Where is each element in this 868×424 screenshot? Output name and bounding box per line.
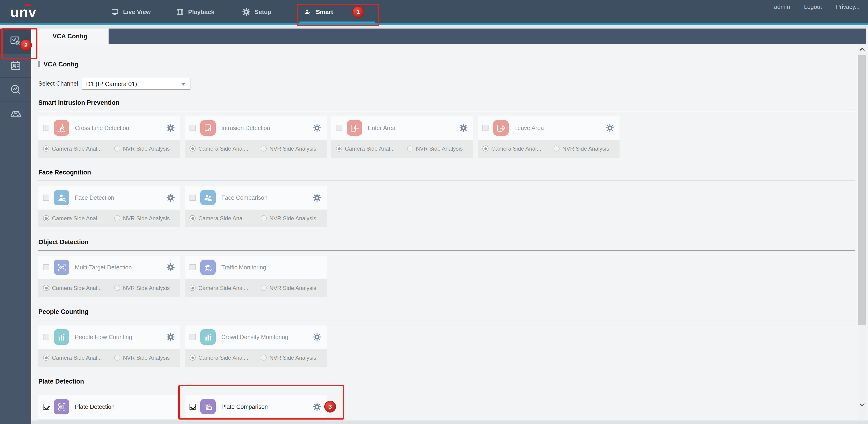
nvr-side-analysis-radio[interactable]: NVR Side Analysis: [553, 145, 609, 152]
card-title: Plate Detection: [75, 403, 175, 410]
scroll-up-button[interactable]: [858, 45, 866, 54]
radio-dot-icon: [189, 145, 195, 152]
radio-label: Camera Side Anal...: [52, 354, 102, 361]
vehicle-icon: [9, 107, 22, 120]
radio-dot-icon: [114, 145, 120, 152]
vertical-scrollbar[interactable]: [858, 44, 866, 421]
radio-dot-icon: [407, 145, 413, 152]
radio-dot-icon: [43, 145, 49, 152]
radio-label: Camera Side Anal...: [198, 354, 248, 361]
camera-side-analysis-radio[interactable]: Camera Side Anal...: [43, 285, 102, 291]
nvr-side-analysis-radio[interactable]: NVR Side Analysis: [260, 145, 316, 152]
enter-area-checkbox[interactable]: [336, 125, 342, 131]
settings-gear-icon[interactable]: [166, 124, 175, 132]
settings-gear-icon[interactable]: [460, 124, 467, 132]
settings-gear-icon[interactable]: [313, 403, 321, 411]
nav-item-smart[interactable]: Smart: [304, 0, 333, 23]
scrollbar-thumb[interactable]: [858, 55, 866, 324]
settings-gear-icon[interactable]: [166, 333, 175, 341]
section-title: People Counting: [38, 308, 855, 316]
settings-gear-icon[interactable]: [313, 333, 321, 341]
nav-item-playback[interactable]: Playback: [176, 0, 215, 23]
traffic-monitoring-checkbox[interactable]: [189, 264, 195, 270]
nav-item-label: Smart: [316, 8, 333, 15]
settings-gear-icon[interactable]: [313, 194, 321, 202]
nvr-side-analysis-radio[interactable]: NVR Side Analysis: [260, 215, 316, 222]
intrusion-detection-checkbox[interactable]: [189, 125, 195, 131]
radio-label: Camera Side Anal...: [198, 215, 248, 222]
face-detection-checkbox[interactable]: [43, 195, 49, 201]
camera-side-analysis-radio[interactable]: Camera Side Anal...: [483, 145, 541, 152]
camera-side-analysis-radio[interactable]: Camera Side Anal...: [336, 145, 395, 152]
camera-side-analysis-radio[interactable]: Camera Side Anal...: [189, 145, 248, 152]
nvr-side-analysis-radio[interactable]: NVR Side Analysis: [114, 285, 169, 291]
channel-row: Select Channel D1 (IP Camera 01): [38, 77, 855, 90]
plate-detection-checkbox[interactable]: [43, 404, 49, 410]
radio-dot-icon: [189, 285, 195, 291]
nav-item-setup[interactable]: Setup: [242, 0, 271, 23]
settings-gear-icon[interactable]: [166, 194, 175, 202]
camera-side-analysis-radio[interactable]: Camera Side Anal...: [189, 215, 248, 222]
camera-side-analysis-radio[interactable]: Camera Side Anal...: [43, 215, 102, 222]
multi-target-detection-checkbox[interactable]: [43, 264, 49, 270]
sidebar-item-person-info[interactable]: [0, 54, 31, 78]
leave-area-checkbox[interactable]: [483, 125, 489, 131]
scroll-down-button[interactable]: [858, 400, 866, 409]
camera-side-analysis-radio[interactable]: Camera Side Anal...: [43, 145, 102, 152]
vca-config-icon: [9, 35, 22, 47]
radio-dot-icon: [114, 285, 120, 291]
intrusion-detection-icon: [200, 120, 216, 136]
header-accent-line: [0, 23, 868, 25]
settings-gear-icon[interactable]: [166, 263, 175, 271]
sidebar-item-vca-config[interactable]: [0, 29, 31, 54]
user-link-privacy[interactable]: Privacy...: [836, 4, 860, 10]
sidebar-item-vehicle[interactable]: [0, 101, 31, 125]
radio-dot-icon: [553, 145, 559, 152]
camera-side-analysis-radio[interactable]: Camera Side Anal...: [189, 354, 248, 361]
crowd-density-monitoring-checkbox[interactable]: [189, 334, 195, 340]
id-card-icon: [9, 59, 22, 72]
camera-side-analysis-radio[interactable]: Camera Side Anal...: [189, 285, 248, 291]
user-links: adminLogoutPrivacy...: [774, 4, 860, 10]
channel-select[interactable]: D1 (IP Camera 01): [82, 77, 190, 90]
multi-target-detection-card: Multi-Target DetectionCamera Side Anal..…: [38, 256, 180, 297]
face-comparison-checkbox[interactable]: [189, 195, 195, 201]
nvr-side-analysis-radio[interactable]: NVR Side Analysis: [260, 354, 316, 361]
camera-side-analysis-radio[interactable]: Camera Side Anal...: [43, 354, 102, 361]
card-row: Face DetectionCamera Side Anal...NVR Sid…: [38, 186, 855, 227]
vca-sections: Smart Intrusion PreventionCross Line Det…: [38, 99, 855, 421]
nvr-side-analysis-radio[interactable]: NVR Side Analysis: [260, 285, 316, 291]
radio-dot-icon: [260, 145, 267, 152]
radio-label: NVR Side Analysis: [269, 285, 316, 291]
user-link-logout[interactable]: Logout: [804, 4, 822, 10]
card-title: Face Detection: [75, 194, 166, 201]
radio-dot-icon: [336, 145, 342, 152]
radio-label: NVR Side Analysis: [269, 215, 316, 222]
tab-vca-config[interactable]: VCA Config: [31, 29, 108, 44]
nvr-side-analysis-radio[interactable]: NVR Side Analysis: [114, 145, 169, 152]
cross-line-detection-checkbox[interactable]: [43, 125, 49, 131]
settings-gear-icon[interactable]: [313, 124, 321, 132]
crowd-density-monitoring-card: Crowd Density MonitoringCamera Side Anal…: [185, 325, 327, 366]
settings-gear-icon[interactable]: [606, 124, 614, 132]
nav-item-label: Playback: [188, 8, 215, 15]
people-flow-counting-card: People Flow CountingCamera Side Anal...N…: [38, 325, 180, 366]
nvr-side-analysis-radio[interactable]: NVR Side Analysis: [114, 215, 169, 222]
people-flow-counting-checkbox[interactable]: [43, 334, 49, 340]
radio-label: Camera Side Anal...: [52, 215, 102, 222]
section-divider: [38, 389, 855, 390]
radio-dot-icon: [260, 215, 267, 221]
sidebar-item-smart-search[interactable]: [0, 78, 31, 101]
section-divider: [38, 180, 855, 181]
plate-comparison-checkbox[interactable]: [189, 404, 195, 410]
nav-item-live-view[interactable]: Live View: [111, 0, 151, 23]
left-sidebar: [0, 29, 31, 424]
user-link-admin[interactable]: admin: [774, 4, 790, 10]
card-title: Enter Area: [368, 125, 460, 131]
face-detection-icon: [54, 190, 69, 205]
tab-vca-config-label: VCA Config: [53, 33, 88, 40]
radio-label: NVR Side Analysis: [123, 354, 169, 361]
nvr-side-analysis-radio[interactable]: NVR Side Analysis: [114, 354, 169, 361]
plate-detection-icon: [54, 399, 69, 415]
nvr-side-analysis-radio[interactable]: NVR Side Analysis: [407, 145, 463, 152]
